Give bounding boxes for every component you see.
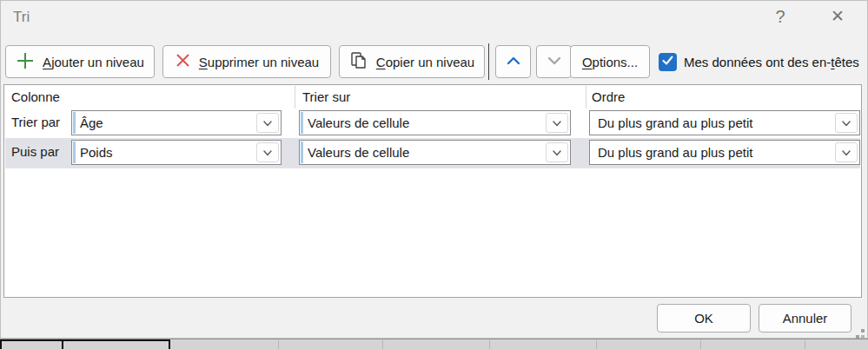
copy-level-button[interactable]: Copier un niveau: [339, 45, 485, 78]
selection-border: [62, 339, 63, 349]
cancel-button[interactable]: Annuler: [759, 304, 851, 333]
column-header-colonne: Colonne: [11, 89, 60, 104]
level-2-label: Puis par: [11, 144, 59, 159]
level-1-order-dropdown[interactable]: Du plus grand au plus petit: [589, 110, 860, 135]
cell-border: [278, 340, 279, 349]
cell-border: [489, 340, 490, 349]
header-separator: [295, 86, 295, 109]
close-icon[interactable]: ✕: [823, 3, 852, 30]
dropdown-arrow-icon[interactable]: [256, 142, 279, 162]
ok-button[interactable]: OK: [657, 304, 751, 333]
column-header-trier-sur: Trier sur: [302, 89, 350, 104]
level-2-column-dropdown[interactable]: Poids: [71, 140, 282, 165]
level-1-column-dropdown[interactable]: Âge: [71, 110, 282, 135]
selection-border: [0, 339, 2, 349]
dropdown-arrow-icon[interactable]: [835, 142, 858, 162]
level-2-sort-on-dropdown[interactable]: Valeurs de cellule: [299, 140, 571, 165]
dropdown-arrow-icon[interactable]: [256, 113, 279, 133]
level-1-sort-on-dropdown[interactable]: Valeurs de cellule: [299, 110, 571, 135]
dropdown-arrow-icon[interactable]: [546, 113, 568, 133]
add-level-button[interactable]: Ajouter un niveau: [5, 45, 155, 78]
cell-border: [805, 340, 805, 349]
sort-dialog: Tri ? ✕ Ajouter un niveau Supprimer un n…: [0, 0, 868, 339]
dialog-title: Tri: [13, 9, 30, 26]
level-2-order-dropdown[interactable]: Du plus grand au plus petit: [589, 140, 860, 165]
copy-icon: [349, 51, 368, 73]
my-data-has-headers-label[interactable]: Mes données ont des en-têtes: [684, 55, 859, 69]
options-label: Options...: [582, 55, 638, 69]
sort-levels-panel: Colonne Trier sur Ordre Trier par Puis p…: [3, 84, 862, 298]
help-icon[interactable]: ?: [765, 3, 795, 30]
dropdown-arrow-icon[interactable]: [546, 142, 568, 162]
header-separator: [586, 86, 586, 109]
cell-border: [700, 340, 701, 349]
options-button[interactable]: Options...: [570, 45, 650, 78]
checkmark-icon: [661, 54, 674, 70]
column-header-ordre: Ordre: [592, 89, 625, 104]
chevron-down-icon: [546, 52, 563, 72]
level-1-label: Trier par: [11, 115, 60, 129]
add-level-label: Ajouter un niveau: [43, 55, 144, 69]
delete-level-button[interactable]: Supprimer un niveau: [162, 45, 331, 78]
plus-icon: [16, 51, 35, 73]
move-level-down-button[interactable]: [536, 45, 572, 78]
delete-x-icon: [175, 52, 191, 71]
selection-border: [169, 339, 170, 349]
dropdown-arrow-icon[interactable]: [835, 113, 858, 133]
spreadsheet-strip: [0, 339, 868, 349]
selection-border: [0, 339, 170, 341]
toolbar-separator: [488, 43, 489, 80]
my-data-has-headers-field: Mes données ont des en-têtes: [659, 45, 859, 78]
move-level-up-button[interactable]: [495, 45, 531, 78]
cell-border: [596, 340, 597, 349]
sort-dialog-screen: Tri ? ✕ Ajouter un niveau Supprimer un n…: [0, 0, 868, 349]
cell-border: [382, 340, 383, 349]
copy-level-label: Copier un niveau: [376, 55, 474, 69]
chevron-up-icon: [505, 52, 522, 72]
my-data-has-headers-checkbox[interactable]: [659, 53, 677, 71]
delete-level-label: Supprimer un niveau: [199, 55, 319, 69]
